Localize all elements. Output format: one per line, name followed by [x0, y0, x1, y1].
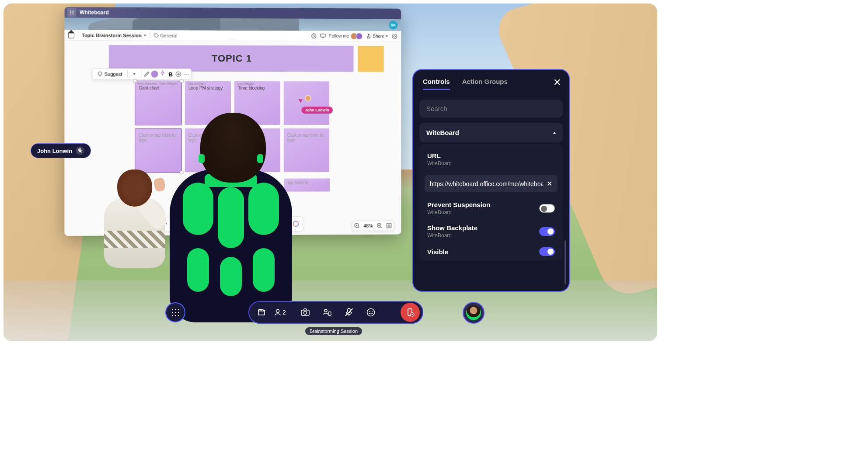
tab-action-groups[interactable]: Action Groups	[462, 78, 508, 90]
toggle-visible[interactable]	[539, 247, 555, 256]
vr-scene: Whiteboard SK Topic Brainstorm Session G…	[3, 3, 657, 341]
clear-icon[interactable]: ✕	[547, 180, 552, 188]
copilot-icon[interactable]	[291, 218, 301, 229]
avatar-earbud	[199, 154, 205, 163]
user-avatar-badge[interactable]: SK	[389, 21, 398, 29]
jacket-pattern	[218, 187, 244, 248]
participants-count: 2	[282, 309, 286, 316]
topic-1-header[interactable]: TOPIC 1	[109, 45, 354, 72]
close-icon[interactable]: ✕	[553, 77, 561, 88]
home-icon[interactable]	[68, 32, 74, 38]
lightbulb-icon	[97, 71, 102, 76]
edit-icon[interactable]	[143, 71, 150, 78]
note-text: Time blocking	[238, 86, 265, 90]
property-visible: Visible	[421, 243, 561, 257]
chevron-down-icon	[386, 35, 388, 37]
svg-point-12	[276, 310, 279, 313]
property-prevent-suspension: Prevent Suspension WiteBoard	[421, 197, 561, 220]
url-input[interactable]: https://whiteboard.office.com/me/whitebo…	[425, 175, 558, 192]
jacket-pattern	[253, 248, 275, 292]
section-header-witeboard[interactable]: WiteBoard	[419, 123, 563, 142]
controls-panel: Controls Action Groups ✕ Search WiteBoar…	[412, 69, 570, 292]
search-input[interactable]: Search	[419, 100, 563, 118]
jacket-pattern	[220, 257, 242, 296]
chevron-up-icon	[553, 132, 556, 134]
leave-button[interactable]	[401, 303, 420, 322]
toggle-show-backplate[interactable]	[539, 227, 555, 236]
selfie-icon[interactable]	[317, 303, 337, 322]
add-icon[interactable]	[175, 71, 182, 78]
suggest-button[interactable]: Suggest	[94, 70, 125, 78]
presence-avatars[interactable]	[352, 32, 363, 39]
bold-button[interactable]: B	[167, 71, 174, 78]
category-tag[interactable]: General	[153, 33, 177, 38]
suggest-dropdown[interactable]	[130, 72, 139, 76]
property-sublabel: WiteBoard	[427, 232, 478, 239]
zoom-in-icon[interactable]	[376, 223, 383, 229]
selection-toolbar: Suggest A ▾ B ···	[92, 68, 192, 80]
note-placeholder: Click or tap here to type	[287, 133, 324, 142]
board-name-dropdown[interactable]: Topic Brainstorm Session	[82, 32, 146, 38]
share-button[interactable]: Share	[366, 34, 388, 39]
panel-tabs: Controls Action Groups ✕	[413, 78, 569, 94]
tab-controls[interactable]: Controls	[423, 78, 450, 90]
avatar-sweater-pattern	[104, 231, 165, 248]
property-url: URL WiteBoard	[421, 148, 561, 171]
property-sublabel: WiteBoard	[427, 160, 555, 166]
avatar-participant-1	[104, 169, 165, 274]
svg-point-15	[324, 309, 327, 312]
jacket-pattern	[183, 183, 213, 235]
separator	[78, 32, 78, 38]
timer-icon[interactable]	[311, 33, 317, 39]
note-text: Loop PM strategy	[188, 86, 223, 90]
avatar-jacket	[170, 169, 292, 322]
participant-name: John Lonwin	[37, 148, 72, 154]
zoom-level[interactable]: 48%	[363, 223, 373, 228]
color-picker[interactable]	[151, 71, 158, 78]
section-body: URL WiteBoard https://whiteboard.office.…	[419, 144, 563, 260]
property-sublabel: WiteBoard	[427, 209, 490, 215]
text-color-icon[interactable]: A ▾	[159, 71, 166, 78]
chevron-down-icon	[143, 35, 146, 36]
presentation-icon[interactable]	[320, 33, 326, 39]
participant-name-pill: John Lonwin	[31, 143, 91, 158]
hud-menu-button[interactable]	[165, 302, 185, 322]
resize-handle[interactable]	[180, 79, 184, 83]
jacket-pattern	[187, 248, 209, 292]
more-icon[interactable]: ···	[183, 71, 190, 78]
titlebar-banner: SK	[65, 17, 401, 31]
avatar-hand	[153, 177, 166, 192]
camera-icon[interactable]	[296, 303, 315, 322]
note-author: Tyler Milligan	[236, 82, 254, 85]
follow-me-button[interactable]: Follow me	[329, 34, 349, 38]
emoji-icon[interactable]	[361, 303, 380, 322]
topic-2-header[interactable]	[358, 46, 383, 72]
svg-point-4	[394, 35, 395, 37]
mic-muted-icon	[76, 146, 84, 155]
hud-toolbar: 2	[248, 301, 423, 324]
app-launcher-icon[interactable]	[67, 8, 76, 17]
remote-cursor-label: John Lonwin	[301, 107, 332, 114]
svg-rect-16	[328, 312, 331, 315]
svg-rect-17	[348, 308, 350, 313]
scrollbar[interactable]	[565, 240, 566, 284]
property-label: Prevent Suspension	[427, 201, 490, 208]
fit-icon[interactable]	[386, 223, 392, 229]
svg-point-20	[372, 311, 373, 312]
property-label: Show Backplate	[427, 224, 478, 232]
hud-tooltip: Brainstorming Session	[305, 327, 362, 335]
mic-muted-icon[interactable]	[339, 303, 359, 322]
clapboard-icon[interactable]	[252, 303, 271, 322]
resize-handle[interactable]	[133, 79, 137, 83]
participants-button[interactable]: 2	[274, 303, 293, 322]
note-author: Tyler Milligan	[187, 82, 205, 85]
gear-icon[interactable]	[391, 33, 397, 39]
property-show-backplate: Show Backplate WiteBoard	[421, 220, 561, 243]
whiteboard-titlebar: Whiteboard	[65, 7, 401, 19]
toggle-prevent-suspension[interactable]	[539, 204, 555, 213]
share-icon	[366, 34, 372, 39]
zoom-out-icon[interactable]	[354, 223, 360, 229]
self-avatar-face	[466, 305, 481, 320]
tag-icon	[153, 33, 159, 38]
self-avatar-bubble[interactable]	[463, 302, 485, 324]
